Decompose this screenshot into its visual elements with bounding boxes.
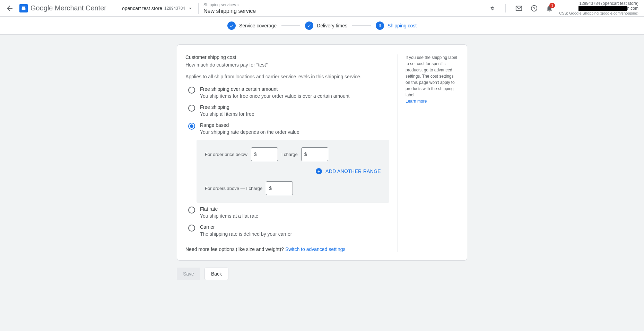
radio-icon[interactable] [188, 123, 195, 130]
currency-symbol: $ [304, 151, 307, 157]
check-icon [305, 21, 313, 30]
plus-icon: + [316, 168, 322, 174]
step-delivery-times[interactable]: Delivery times [305, 21, 347, 30]
store-id: 128943784 [164, 6, 185, 11]
merchant-center-icon [19, 4, 28, 12]
range-row-above: For orders above — I charge $ [205, 181, 381, 195]
account-email-suffix: h.com [627, 6, 638, 11]
currency-symbol: $ [269, 185, 272, 191]
range-row-below: For order price below $ I charge $ [205, 147, 381, 161]
product-logo[interactable]: Google Merchant Center [19, 4, 106, 12]
label-orders-above: For orders above — I charge [205, 186, 262, 191]
shipping-cost-card: Customer shipping cost How much do custo… [177, 44, 467, 261]
section-note: Applies to all ship from locations and c… [185, 74, 389, 79]
notification-badge: 1 [549, 3, 555, 8]
mail-icon[interactable] [512, 1, 526, 15]
label-i-charge: I charge [281, 152, 298, 157]
chevron-down-icon [187, 5, 193, 11]
input-charge-above[interactable]: $ [266, 181, 293, 195]
app-header: Google Merchant Center opencart test sto… [0, 0, 644, 17]
breadcrumb-parent[interactable]: Shipping services [203, 2, 236, 7]
charge-above-field[interactable] [274, 185, 290, 191]
input-charge-below[interactable]: $ [301, 147, 328, 161]
option-free-shipping[interactable]: Free shipping You ship all items for fre… [185, 101, 389, 119]
section-title: Customer shipping cost [185, 54, 389, 60]
option-carrier[interactable]: Carrier The shipping rate is defined by … [185, 221, 389, 239]
input-order-threshold[interactable]: $ [251, 147, 278, 161]
divider [117, 3, 117, 14]
store-name: opencart test store [122, 6, 162, 11]
account-store-line: 128943784 (opencart test store) [579, 1, 638, 6]
shipping-cost-options: Free shipping over a certain amount You … [185, 83, 389, 239]
divider [505, 4, 506, 12]
radio-icon[interactable] [188, 225, 195, 232]
check-icon [227, 21, 236, 30]
info-sidebar: If you use the shipping label to set cos… [398, 54, 467, 252]
option-flat-rate[interactable]: Flat rate You ship items at a flat rate [185, 203, 389, 221]
divider [198, 3, 199, 14]
progress-stepper: Service coverage Delivery times 3 Shippi… [0, 17, 644, 35]
store-selector[interactable]: opencart test store 128943784 [122, 5, 193, 11]
account-email-redacted [578, 6, 627, 11]
option-range-based[interactable]: Range based Your shipping rate depends o… [185, 119, 389, 137]
radio-icon[interactable] [188, 87, 195, 94]
form-actions: Save Back [177, 268, 467, 280]
step-connector [352, 25, 371, 26]
notifications-icon[interactable]: 1 [542, 1, 556, 15]
account-css-line: CSS: Google Shopping (google.com/shoppin… [559, 11, 638, 15]
settings-icon[interactable] [485, 1, 499, 15]
svg-text:?: ? [533, 6, 536, 11]
header-actions: ? 1 [485, 1, 556, 15]
step-shipping-cost[interactable]: 3 Shipping cost [376, 21, 417, 30]
product-name: Google Merchant Center [31, 4, 106, 12]
chevron-right-icon: › [237, 2, 239, 7]
step-service-coverage[interactable]: Service coverage [227, 21, 277, 30]
currency-symbol: $ [254, 151, 257, 157]
step-number-icon: 3 [376, 21, 384, 30]
range-based-panel: For order price below $ I charge $ + [197, 140, 389, 203]
add-another-range-button[interactable]: + ADD ANOTHER RANGE [205, 168, 381, 174]
page-body: Customer shipping cost How much do custo… [0, 35, 644, 331]
option-free-over-amount[interactable]: Free shipping over a certain amount You … [185, 83, 389, 101]
back-button[interactable]: Back [204, 268, 228, 280]
save-button: Save [177, 268, 200, 280]
threshold-field[interactable] [259, 151, 275, 157]
breadcrumb: Shipping services › New shipping service [203, 2, 256, 14]
account-info[interactable]: 128943784 (opencart test store) h.com CS… [559, 1, 638, 15]
page-title: New shipping service [203, 8, 256, 14]
radio-icon[interactable] [188, 207, 195, 214]
back-arrow-icon[interactable] [6, 4, 14, 12]
help-icon[interactable]: ? [527, 1, 541, 15]
step-connector [281, 25, 300, 26]
label-order-below: For order price below [205, 152, 247, 157]
charge-field[interactable] [309, 151, 325, 157]
learn-more-link[interactable]: Learn more [406, 99, 427, 104]
switch-advanced-link[interactable]: Switch to advanced settings [285, 246, 346, 252]
radio-icon[interactable] [188, 105, 195, 112]
section-subtitle: How much do customers pay for "test" [185, 62, 389, 68]
advanced-settings-hint: Need more fee options (like size and wei… [185, 246, 389, 252]
